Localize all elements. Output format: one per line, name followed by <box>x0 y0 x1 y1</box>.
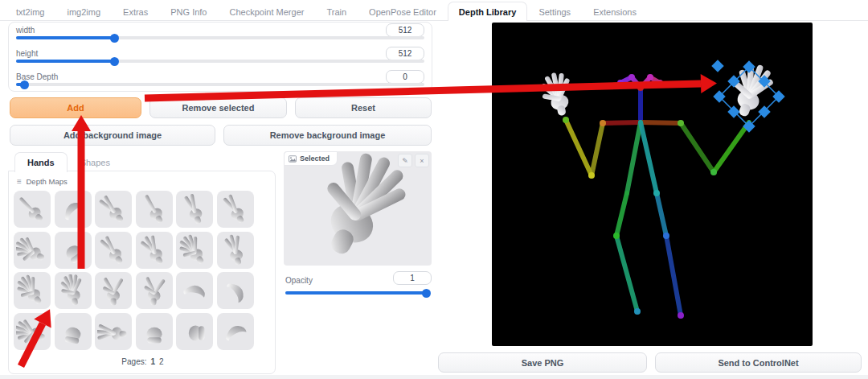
hand-depth-map-23[interactable] <box>176 313 213 350</box>
tab-checkpoint-merger[interactable]: Checkpoint Merger <box>218 2 315 21</box>
height-slider[interactable] <box>16 60 424 63</box>
remove-selected-button[interactable]: Remove selected <box>149 97 287 118</box>
hand-depth-map-04[interactable] <box>136 191 173 228</box>
opacity-slider[interactable] <box>285 291 430 295</box>
pose-hand-left[interactable] <box>538 70 577 119</box>
base-depth-label: Base Depth <box>16 72 424 81</box>
hand-depth-map-21[interactable] <box>95 313 132 350</box>
depth-maps-label: Depth Maps <box>26 177 67 186</box>
reset-button[interactable]: Reset <box>295 97 432 118</box>
hand-depth-map-13[interactable] <box>14 272 51 309</box>
hand-depth-map-06[interactable] <box>217 191 254 228</box>
hand-depth-map-10[interactable] <box>136 232 173 269</box>
openpose-skeleton <box>492 23 813 346</box>
height-slider-row: height <box>16 49 424 63</box>
send-to-controlnet-button[interactable]: Send to ControlNet <box>655 352 862 373</box>
depth-maps-accordion[interactable]: ≡ Depth Maps <box>14 177 272 186</box>
opacity-slider-thumb[interactable] <box>422 289 431 298</box>
library-body: ≡ Depth Maps Pages:12 <box>8 171 276 374</box>
save-png-button[interactable]: Save PNG <box>438 352 647 373</box>
selection-handle[interactable] <box>711 60 724 72</box>
hand-depth-map-18[interactable] <box>217 272 254 309</box>
hand-depth-map-09[interactable] <box>95 232 132 269</box>
library-tab-shapes[interactable]: Shapes <box>68 152 123 172</box>
hand-depth-map-20[interactable] <box>55 313 92 350</box>
hand-depth-map-01[interactable] <box>14 191 51 228</box>
hand-depth-map-02[interactable] <box>55 191 92 228</box>
hand-depth-map-12[interactable] <box>217 232 254 269</box>
add-background-image-button[interactable]: Add background image <box>10 125 215 146</box>
selected-hand-image <box>284 151 432 266</box>
base-depth-slider-row: Base Depth <box>16 72 424 86</box>
remove-background-image-button[interactable]: Remove background image <box>223 125 432 146</box>
page-1[interactable]: 1 <box>151 357 156 366</box>
height-number-input[interactable] <box>386 47 424 60</box>
width-slider-thumb[interactable] <box>110 34 119 43</box>
hand-depth-map-16[interactable] <box>136 272 173 309</box>
list-icon: ≡ <box>17 177 22 186</box>
selected-actions: ✎ × <box>398 154 429 167</box>
tab-extras[interactable]: Extras <box>112 2 159 21</box>
width-number-input[interactable] <box>386 23 424 37</box>
tab-png-info[interactable]: PNG Info <box>159 2 218 21</box>
selected-badge: Selected <box>284 151 338 166</box>
hand-depth-map-24[interactable] <box>217 313 254 350</box>
tab-img2img[interactable]: img2img <box>55 2 112 21</box>
height-label: height <box>16 49 424 58</box>
hand-depth-map-15[interactable] <box>95 272 132 309</box>
dimension-slider-panel: width height Base Depth <box>8 22 432 92</box>
tab-extensions[interactable]: Extensions <box>582 2 648 21</box>
tab-txt2img[interactable]: txt2img <box>5 2 55 21</box>
page-numbers: 12 <box>147 357 164 366</box>
hand-depth-map-11[interactable] <box>176 232 213 269</box>
hand-depth-map-03[interactable] <box>95 191 132 228</box>
selected-hand-preview: Selected ✎ × <box>284 151 432 266</box>
opacity-label: Opacity <box>285 276 313 285</box>
hand-depth-map-05[interactable] <box>176 191 213 228</box>
library-tab-hands[interactable]: Hands <box>14 152 68 172</box>
hand-depth-map-19[interactable] <box>14 313 51 350</box>
hand-depth-map-14[interactable] <box>55 272 92 309</box>
app-tab-bar: txt2imgimg2imgExtrasPNG InfoCheckpoint M… <box>0 0 868 21</box>
base-depth-slider[interactable] <box>16 83 424 86</box>
hand-depth-map-07[interactable] <box>14 232 51 269</box>
close-icon[interactable]: × <box>415 154 429 167</box>
opacity-number-input[interactable] <box>393 271 432 285</box>
depth-library-panel: HandsShapes ≡ Depth Maps Pages:12 <box>8 152 276 374</box>
tab-settings[interactable]: Settings <box>527 2 582 21</box>
hand-depth-map-08[interactable] <box>55 232 92 269</box>
image-icon <box>289 155 297 163</box>
selected-badge-label: Selected <box>300 154 330 163</box>
pose-canvas[interactable] <box>492 23 813 346</box>
add-button[interactable]: Add <box>10 97 141 118</box>
gallery-pagination: Pages:12 <box>14 357 272 366</box>
edit-icon[interactable]: ✎ <box>398 154 412 167</box>
hand-thumbnail-grid <box>14 191 272 350</box>
tab-openpose-editor[interactable]: OpenPose Editor <box>358 2 448 21</box>
base-depth-number-input[interactable] <box>386 70 424 84</box>
width-label: width <box>16 26 424 35</box>
width-slider[interactable] <box>16 36 424 39</box>
tab-depth-library[interactable]: Depth Library <box>448 2 528 21</box>
hand-depth-map-22[interactable] <box>136 313 173 350</box>
height-slider-thumb[interactable] <box>110 57 119 66</box>
hand-depth-map-17[interactable] <box>176 272 213 309</box>
selected-hand-panel: Selected ✎ × Opacity <box>284 151 432 295</box>
base-depth-slider-thumb[interactable] <box>20 80 29 89</box>
page-bottom-divider <box>0 375 868 379</box>
page-2[interactable]: 2 <box>159 357 164 366</box>
width-slider-row: width <box>16 26 424 39</box>
opacity-control: Opacity <box>284 272 432 295</box>
library-tab-bar: HandsShapes <box>8 152 276 171</box>
pages-label: Pages: <box>121 357 146 366</box>
tab-train[interactable]: Train <box>315 2 358 21</box>
